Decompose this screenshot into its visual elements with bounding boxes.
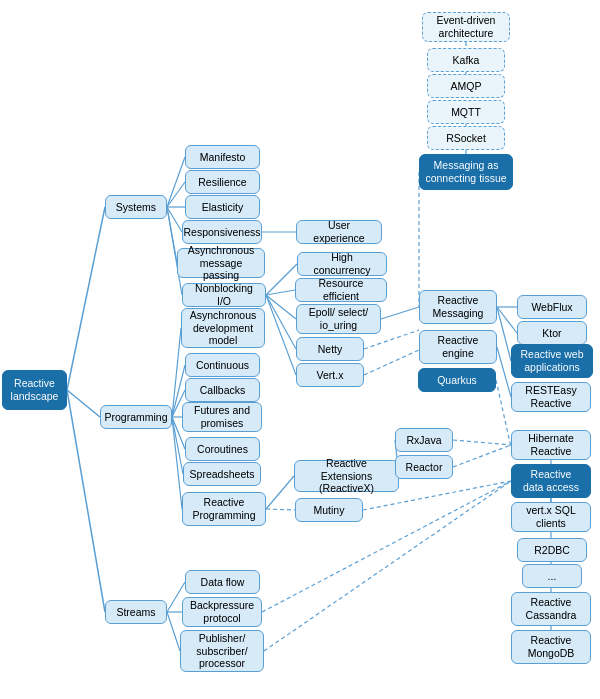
svg-line-3 [167,157,185,207]
programming: Programming [100,405,172,429]
async-msg: Asynchronous message passing [177,248,265,278]
resilience: Resilience [185,170,260,194]
svg-line-20 [497,307,511,361]
responsiveness: Responsiveness [182,220,262,244]
r2dbc: R2DBC [517,538,587,562]
reactive-ext: Reactive Extensions (ReactiveX) [294,460,399,492]
kafka: Kafka [427,48,505,72]
data-flow: Data flow [185,570,260,594]
resteasy: RESTEasy Reactive [511,382,591,412]
mqtt: MQTT [427,100,505,124]
manifesto: Manifesto [185,145,260,169]
reactive-mongodb: Reactive MongoDB [511,630,591,664]
svg-line-14 [266,295,296,375]
svg-line-21 [497,347,511,397]
vertx-sql: vert.x SQL clients [511,502,591,532]
user-exp: User experience [296,220,382,244]
reactor: Reactor [395,455,453,479]
svg-line-17 [364,350,419,375]
reactive-landscape: Reactive landscape [2,370,67,410]
svg-line-1 [67,390,100,417]
coroutines: Coroutines [185,437,260,461]
high-conc: High concurrency [297,252,387,276]
svg-line-0 [67,207,105,390]
callbacks: Callbacks [185,378,260,402]
webflux: WebFlux [517,295,587,319]
svg-line-40 [453,440,511,445]
dots: ... [522,564,582,588]
svg-line-35 [172,417,182,509]
amqp: AMQP [427,74,505,98]
svg-line-29 [172,328,181,417]
svg-line-19 [497,307,517,333]
resource-eff: Resource efficient [295,278,387,302]
pub-sub: Publisher/ subscriber/ processor [180,630,264,672]
continuous: Continuous [185,353,260,377]
reactive-web: Reactive web applications [511,344,593,378]
reactive-prog: Reactive Programming [182,492,266,526]
svg-line-51 [167,612,180,651]
event-driven: Event-driven architecture [422,12,510,42]
rsocket: RSocket [427,126,505,150]
quarkus: Quarkus [418,368,496,392]
svg-line-6 [167,207,182,232]
svg-line-10 [266,264,297,295]
svg-line-4 [167,182,185,207]
svg-line-12 [266,295,296,319]
futures: Futures and promises [182,402,262,432]
reactive-cassandra: Reactive Cassandra [511,592,591,626]
svg-line-7 [167,207,177,263]
vertx: Vert.x [296,363,364,387]
messaging-tissue: Messaging as connecting tissue [419,154,513,190]
diagram: Reactive landscapeSystemsProgrammingStre… [0,0,600,699]
rxjava: RxJava [395,428,453,452]
svg-line-13 [266,295,296,349]
svg-line-15 [381,307,419,319]
svg-line-11 [266,290,295,295]
streams: Streams [105,600,167,624]
svg-line-41 [453,445,511,467]
backpressure: Backpressure protocol [182,597,262,627]
elasticity: Elasticity [185,195,260,219]
svg-line-36 [266,476,294,509]
reactive-messaging: Reactive Messaging [419,290,497,324]
reactive-engine: Reactive engine [419,330,497,364]
async-dev: Asynchronous development model [181,308,265,348]
netty: Netty [296,337,364,361]
epoll: Epoll/ select/ io_uring [296,304,381,334]
spreadsheets: Spreadsheets [183,462,261,486]
ktor: Ktor [517,321,587,345]
svg-line-22 [496,380,511,447]
hibernate-reactive: Hibernate Reactive [511,430,591,460]
systems: Systems [105,195,167,219]
mutiny: Mutiny [295,498,363,522]
reactive-data: Reactive data access [511,464,591,498]
nonblocking: Nonblocking I/O [182,283,266,307]
svg-line-37 [266,509,295,510]
